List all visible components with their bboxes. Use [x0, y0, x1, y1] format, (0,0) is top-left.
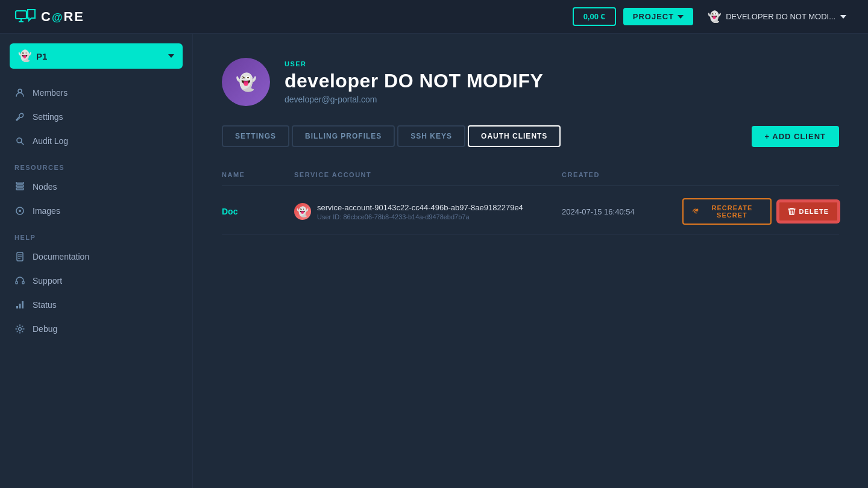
main-content: 👻 USER developer DO NOT MODIFY developer…: [193, 34, 868, 488]
project-selector[interactable]: 👻 P1: [10, 43, 183, 69]
gear-icon: [14, 324, 25, 334]
user-avatar: 👻: [222, 58, 270, 106]
chevron-down-icon: [678, 15, 684, 19]
svg-rect-7: [16, 188, 24, 190]
service-avatar-icon: 👻: [294, 203, 311, 220]
sidebar: 👻 P1 Members Settings: [0, 34, 193, 488]
service-account-userid: User ID: 86cbce06-78b8-4233-b14a-d9478eb…: [317, 213, 523, 221]
doc-icon: [14, 251, 25, 262]
tab-ssh-keys[interactable]: SSH KEYS: [397, 125, 465, 147]
help-section-title: HELP: [0, 223, 192, 245]
svg-line-5: [21, 142, 24, 145]
service-account-name: service-account-90143c22-cc44-496b-ab97-…: [317, 203, 523, 212]
tabs-bar: SETTINGS BILLING PROFILES SSH KEYS OAUTH…: [222, 125, 839, 147]
person-icon: [14, 87, 25, 98]
row-name: Doc: [222, 207, 294, 216]
row-created: 2024-07-15 16:40:54: [562, 207, 682, 216]
search-icon: [14, 136, 25, 146]
add-client-button[interactable]: + ADD CLIENT: [752, 126, 839, 147]
svg-rect-19: [22, 301, 24, 308]
project-avatar-icon: 👻: [18, 49, 31, 63]
delete-button[interactable]: DELETE: [778, 201, 839, 222]
svg-point-20: [19, 328, 22, 331]
sidebar-item-images[interactable]: Images: [0, 199, 192, 223]
tab-settings[interactable]: SETTINGS: [222, 125, 289, 147]
svg-rect-18: [19, 304, 21, 308]
sidebar-item-support[interactable]: Support: [0, 269, 192, 293]
sidebar-item-audit-log[interactable]: Audit Log: [0, 129, 192, 153]
sidebar-item-members[interactable]: Members: [0, 81, 192, 105]
col-header-service-account: SERVICE ACCOUNT: [294, 171, 562, 178]
user-header: 👻 USER developer DO NOT MODIFY developer…: [222, 58, 839, 106]
logo-icon: [14, 8, 36, 25]
headset-icon: [14, 275, 25, 286]
svg-rect-15: [16, 281, 17, 284]
circle-dot-icon: [14, 205, 25, 216]
topnav-right: 0,00 € PROJECT 👻 DEVELOPER DO NOT MODI..…: [573, 7, 854, 27]
project-button[interactable]: PROJECT: [623, 8, 693, 25]
svg-rect-0: [16, 11, 27, 19]
svg-point-3: [18, 89, 22, 93]
user-role-label: USER: [285, 60, 543, 67]
balance-button[interactable]: 0,00 €: [573, 7, 616, 26]
layout: 👻 P1 Members Settings: [0, 34, 868, 488]
debug-label: Debug: [33, 324, 57, 334]
documentation-label: Documentation: [33, 252, 89, 261]
tab-billing-profiles[interactable]: BILLING PROFILES: [292, 125, 395, 147]
user-avatar-icon: 👻: [708, 10, 721, 23]
recreate-secret-button[interactable]: RECREATE SECRET: [682, 198, 772, 225]
tab-oauth-clients[interactable]: OAUTH CLIENTS: [468, 125, 561, 147]
wrench-icon: [14, 111, 25, 122]
user-chevron-icon: [840, 15, 846, 19]
layers-icon: [14, 181, 25, 192]
project-name: P1: [36, 51, 47, 61]
nodes-label: Nodes: [33, 182, 57, 192]
sidebar-item-status[interactable]: Status: [0, 293, 192, 317]
images-label: Images: [33, 206, 60, 216]
audit-log-label: Audit Log: [33, 136, 68, 146]
col-header-name: NAME: [222, 171, 294, 178]
chart-icon: [14, 299, 25, 310]
members-label: Members: [33, 88, 68, 98]
logo: C@RE: [14, 8, 84, 25]
sidebar-item-debug[interactable]: Debug: [0, 317, 192, 341]
sidebar-item-documentation[interactable]: Documentation: [0, 245, 192, 269]
table-header: NAME SERVICE ACCOUNT CREATED: [222, 166, 839, 186]
ghost-avatar-icon: 👻: [236, 72, 257, 92]
user-info: USER developer DO NOT MODIFY developer@g…: [285, 60, 543, 104]
sidebar-item-nodes[interactable]: Nodes: [0, 175, 192, 199]
row-service-account: 👻 service-account-90143c22-cc44-496b-ab9…: [294, 203, 562, 221]
svg-rect-17: [16, 306, 18, 308]
support-label: Support: [33, 276, 62, 286]
sidebar-item-settings[interactable]: Settings: [0, 105, 192, 129]
col-header-created: CREATED: [562, 171, 682, 178]
table-row: Doc 👻 service-account-90143c22-cc44-496b…: [222, 189, 839, 235]
trash-icon: [788, 207, 796, 216]
svg-rect-8: [16, 182, 24, 184]
recreate-icon: [692, 207, 699, 216]
svg-rect-6: [16, 185, 24, 187]
settings-label: Settings: [33, 112, 63, 122]
user-menu-button[interactable]: 👻 DEVELOPER DO NOT MODI...: [700, 7, 854, 27]
project-chevron-icon: [168, 54, 174, 58]
svg-rect-16: [22, 281, 24, 284]
topnav: C@RE 0,00 € PROJECT 👻 DEVELOPER DO NOT M…: [0, 0, 868, 34]
user-name: developer DO NOT MODIFY: [285, 70, 543, 92]
svg-point-10: [19, 210, 21, 212]
status-label: Status: [33, 300, 57, 310]
user-email: developer@g-portal.com: [285, 95, 543, 104]
row-actions: RECREATE SECRET DELETE: [682, 198, 839, 225]
resources-section-title: RESOURCES: [0, 153, 192, 175]
logo-text: C@RE: [41, 9, 84, 25]
